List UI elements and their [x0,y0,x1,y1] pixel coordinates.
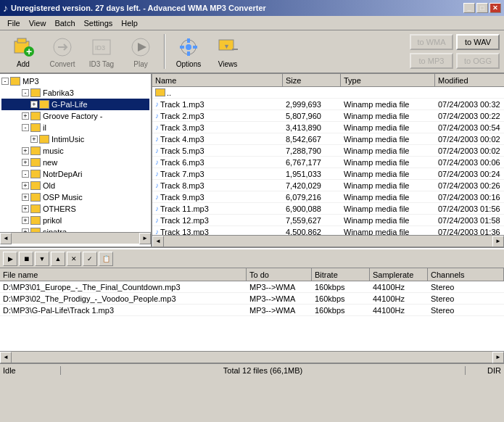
queue-col-bitrate[interactable]: Bitrate [312,268,370,281]
tree-item[interactable]: -MP3 [1,75,149,87]
tree-item[interactable]: -il [1,122,149,133]
file-col-name[interactable]: Name [152,74,283,86]
tree-expander[interactable]: - [22,170,29,178]
tree-expander[interactable]: + [22,112,29,120]
tree-expander[interactable]: + [22,205,29,212]
tree-scroll-right[interactable]: ► [139,233,151,244]
bottom-scrollbar[interactable]: ◄ ► [0,351,504,363]
id3tag-button[interactable]: ID3 ID3 Tag [83,33,120,70]
file-row[interactable]: ♪Track 4.mp38,542,667Winamp media file07… [152,133,504,145]
file-col-type[interactable]: Type [341,74,435,86]
file-modified-cell: 07/24/2003 00:06 [435,158,504,167]
file-scroll-left[interactable]: ◄ [152,236,164,247]
tree-item[interactable]: +sinatra [1,226,149,232]
file-modified-cell: 07/24/2003 00:32 [435,100,504,109]
file-row[interactable]: ♪Track 3.mp33,413,890Winamp media file07… [152,122,504,133]
file-col-modified[interactable]: Modified [435,74,504,86]
convert-button[interactable]: Convert [44,33,81,70]
file-row[interactable]: ♪Track 7.mp31,951,033Winamp media file07… [152,168,504,180]
play-button[interactable]: Play [122,33,160,70]
menu-batch[interactable]: Batch [50,17,79,29]
main-content: -MP3-Fabrika3+G-Pal-Life+Groove Factory … [0,74,504,248]
queue-row[interactable]: D:\MP3\G-Pal-Life\Track 1.mp3MP3-->WMA16… [0,305,504,316]
tree-item[interactable]: +OSP Music [1,191,149,203]
file-row[interactable]: .. [152,87,504,99]
queue-scroll-left[interactable]: ◄ [0,352,12,363]
queue-row[interactable]: D:\MP3\01_Europe_-_The_Final_Countdown.m… [0,281,504,293]
tree-expander[interactable]: + [22,228,29,232]
file-row[interactable]: ♪Track 11.mp36,900,088Winamp media file0… [152,203,504,215]
file-panel: Name Size Type Modified ..♪Track 1.mp32,… [152,74,504,247]
file-scroll-right[interactable]: ► [492,236,504,247]
tree-expander[interactable]: - [22,124,29,131]
minimize-button[interactable]: _ [463,3,475,13]
tree-expander[interactable]: + [22,182,29,189]
file-row[interactable]: ♪Track 5.mp37,288,790Winamp media file07… [152,145,504,157]
queue-col-file[interactable]: File name [0,268,247,281]
tree-scroll[interactable]: -MP3-Fabrika3+G-Pal-Life+Groove Factory … [0,74,151,232]
tree-item[interactable]: +G-Pal-Life [1,99,149,110]
clear-button[interactable]: 📋 [99,252,113,266]
to-wma-button[interactable]: to WMA [410,34,453,50]
file-row[interactable]: ♪Track 8.mp37,420,029Winamp media file07… [152,180,504,191]
tree-expander[interactable]: + [30,136,38,143]
tree-item[interactable]: +prikol [1,215,149,226]
menu-file[interactable]: File [3,17,25,29]
file-row[interactable]: ♪Track 12.mp37,559,627Winamp media file0… [152,215,504,226]
menu-settings[interactable]: Settings [80,17,117,29]
tree-expander[interactable]: + [30,101,38,108]
tree-item[interactable]: +Old [1,180,149,191]
close-button[interactable]: ✕ [489,3,501,13]
tree-item[interactable]: +music [1,145,149,157]
file-list-scroll[interactable]: ..♪Track 1.mp32,999,693Winamp media file… [152,87,504,235]
queue-row[interactable]: D:\MP3\02_The_Prodigy_-_Voodoo_People.mp… [0,293,504,305]
file-row[interactable]: ♪Track 9.mp36,079,216Winamp media file07… [152,191,504,203]
options-button[interactable]: Options [170,33,207,70]
menu-view[interactable]: View [25,17,51,29]
add-button[interactable]: + Add [4,33,42,70]
views-button[interactable]: ▼ Views [209,33,247,70]
to-ogg-button[interactable]: to OGG [456,53,500,69]
maximize-button[interactable]: □ [476,3,488,13]
tree-hscrollbar[interactable]: ◄ ► [0,232,151,244]
move-up-button[interactable]: ▲ [51,252,65,266]
tree-expander[interactable]: - [22,89,29,96]
confirm-button[interactable]: ✓ [83,252,97,266]
move-down-button[interactable]: ▼ [35,252,49,266]
file-type-cell: Winamp media file [341,193,435,202]
queue-col-samplerate[interactable]: Samplerate [370,268,428,281]
tree-scroll-left[interactable]: ◄ [0,233,12,244]
tree-item[interactable]: +IntimUsic [1,133,149,145]
tree-item[interactable]: -Fabrika3 [1,87,149,99]
queue-col-channels[interactable]: Channels [428,268,504,281]
menu-help[interactable]: Help [117,17,142,29]
tree-item[interactable]: +OTHERS [1,203,149,215]
file-size-cell: 7,420,029 [283,181,341,190]
queue-scroll-right[interactable]: ► [492,352,504,363]
to-mp3-button[interactable]: to MP3 [410,53,453,69]
file-row[interactable]: ♪Track 2.mp35,807,960Winamp media file07… [152,110,504,122]
to-wav-button[interactable]: to WAV [456,34,500,50]
stop-ctrl-button[interactable]: ⏹ [19,252,33,266]
tree-expander[interactable]: + [22,217,29,224]
file-type-cell: Winamp media file [341,100,435,109]
folder-icon [30,216,41,225]
file-row[interactable]: ♪Track 13.mp34,500,862Winamp media file0… [152,226,504,235]
tree-expander[interactable]: + [22,147,29,154]
tree-expander[interactable]: - [1,78,9,85]
tree-item[interactable]: -NotrDepAri [1,168,149,180]
file-type-cell: Winamp media file [341,123,435,132]
delete-button[interactable]: ✕ [67,252,81,266]
queue-scroll[interactable]: D:\MP3\01_Europe_-_The_Final_Countdown.m… [0,281,504,351]
file-hscrollbar[interactable]: ◄ ► [152,235,504,247]
tree-expander[interactable]: + [22,159,29,166]
file-row[interactable]: ♪Track 6.mp36,767,177Winamp media file07… [152,157,504,168]
file-col-size[interactable]: Size [283,74,341,86]
file-modified-cell: 07/24/2003 01:36 [435,228,504,236]
tree-item[interactable]: +Groove Factory - [1,110,149,122]
queue-col-todo[interactable]: To do [247,268,312,281]
tree-expander[interactable]: + [22,194,29,201]
play-ctrl-button[interactable]: ▶ [3,252,17,266]
tree-item[interactable]: +new [1,157,149,168]
file-row[interactable]: ♪Track 1.mp32,999,693Winamp media file07… [152,99,504,110]
